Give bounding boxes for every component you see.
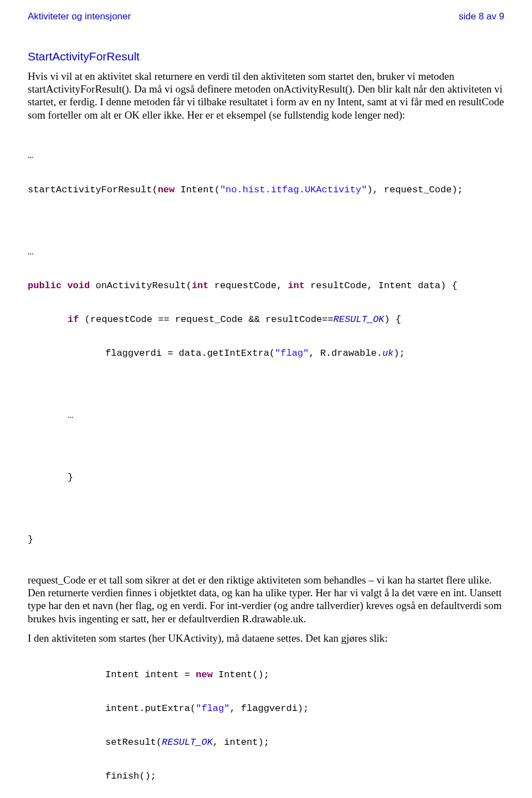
paragraph-request-code: request_Code er et tall som sikrer at de… bbox=[28, 574, 504, 625]
code-line: … bbox=[28, 247, 504, 258]
code-line: public void onActivityResult(int request… bbox=[28, 280, 504, 291]
code-line: … bbox=[28, 150, 504, 161]
code-line: … bbox=[28, 410, 504, 421]
header-left: Aktiviteter og intensjoner bbox=[28, 11, 131, 22]
code-line: flaggverdi = data.getIntExtra("flag", R.… bbox=[28, 348, 504, 359]
paragraph-intro: Hvis vi vil at en aktivitet skal returne… bbox=[28, 70, 504, 121]
code-line: intent.putExtra("flag", flaggverdi); bbox=[28, 703, 504, 714]
code-block-1: … startActivityForResult(new Intent("no.… bbox=[28, 128, 504, 568]
code-block-2: Intent intent = new Intent(); intent.put… bbox=[28, 647, 504, 798]
code-line: } bbox=[28, 534, 504, 545]
code-line: Intent intent = new Intent(); bbox=[28, 669, 504, 681]
code-line: startActivityForResult(new Intent("no.hi… bbox=[28, 185, 504, 196]
paragraph-uk-activity: I den aktiviteten som startes (her UKAct… bbox=[28, 632, 504, 644]
section-title: StartActivityForResult bbox=[28, 50, 504, 63]
code-line: if (requestCode == request_Code && resul… bbox=[28, 314, 504, 325]
header-right: side 8 av 9 bbox=[459, 11, 504, 22]
page-header: Aktiviteter og intensjoner side 8 av 9 bbox=[28, 11, 504, 22]
code-line: finish(); bbox=[28, 771, 504, 782]
code-line: } bbox=[28, 472, 504, 483]
code-line: setResult(RESULT_OK, intent); bbox=[28, 737, 504, 748]
